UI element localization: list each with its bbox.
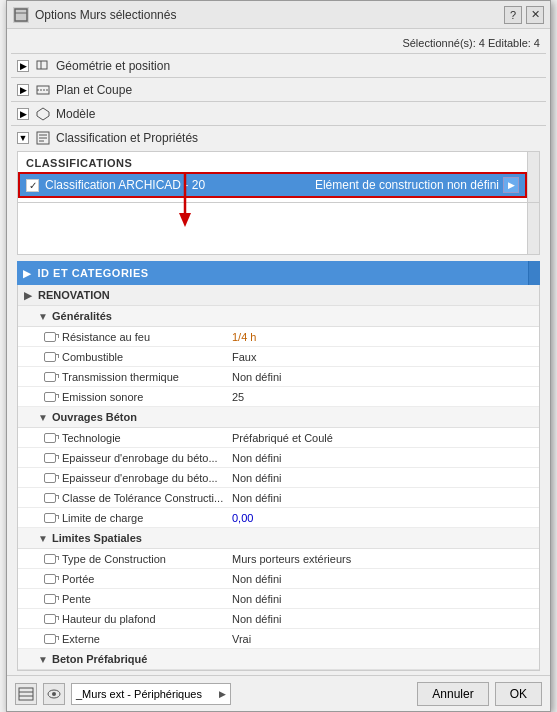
- categories-toggle-icon: ▶: [23, 268, 32, 279]
- prop-name-externe: Externe: [62, 633, 232, 645]
- main-window: Options Murs sélectionnés ? ✕ Sélectionn…: [6, 0, 551, 712]
- section-toggle-geometrie[interactable]: ▶: [17, 60, 29, 72]
- layer-icon: [18, 687, 34, 701]
- limites-header[interactable]: ▼ Limites Spatiales: [18, 528, 539, 549]
- renovation-toggle[interactable]: ▶: [24, 290, 34, 301]
- dropdown-arrow-icon: ▶: [219, 689, 226, 699]
- title-bar-left: Options Murs sélectionnés: [13, 7, 176, 23]
- prop-link-icon-transmission: [44, 372, 56, 382]
- scroll-track-empty[interactable]: [527, 203, 539, 254]
- eye-icon: [46, 688, 62, 700]
- scroll-track-classifications[interactable]: [527, 152, 539, 202]
- prop-name-combustible: Combustible: [62, 351, 232, 363]
- classification-value: Elément de construction non défini: [315, 178, 499, 192]
- prop-name-transmission: Transmission thermique: [62, 371, 232, 383]
- section-classification[interactable]: ▼ Classification et Propriétés: [11, 125, 546, 149]
- window-body: Sélectionné(s): 4 Editable: 4 ▶ Géométri…: [7, 29, 550, 675]
- prop-link-icon-pente: [44, 594, 56, 604]
- prop-link-icon-technologie: [44, 433, 56, 443]
- prop-name-portee: Portée: [62, 573, 232, 585]
- prop-row-resistance: Résistance au feu 1/4 h: [18, 327, 539, 347]
- prop-row-enrobage2: Epaisseur d'enrobage du béto... Non défi…: [18, 468, 539, 488]
- prop-link-icon-type-construction: [44, 554, 56, 564]
- renovation-header[interactable]: ▶ RENOVATION: [18, 285, 539, 306]
- scroll-track-categories[interactable]: [528, 261, 540, 285]
- help-button[interactable]: ?: [504, 6, 522, 24]
- section-label-modele: Modèle: [56, 107, 95, 121]
- beton-label: Beton Préfabriqué: [52, 653, 147, 665]
- ok-button[interactable]: OK: [495, 682, 542, 706]
- footer-eye-icon-btn[interactable]: [43, 683, 65, 705]
- plan-icon: [35, 82, 51, 98]
- generalites-label: Généralités: [52, 310, 112, 322]
- prop-value-type-construction: Murs porteurs extérieurs: [232, 553, 533, 565]
- generalites-header[interactable]: ▼ Généralités: [18, 306, 539, 327]
- prop-value-externe: Vrai: [232, 633, 533, 645]
- prop-name-hauteur: Hauteur du plafond: [62, 613, 232, 625]
- cancel-button[interactable]: Annuler: [417, 682, 488, 706]
- prop-value-resistance: 1/4 h: [232, 331, 533, 343]
- prop-link-icon-externe: [44, 634, 56, 644]
- prop-name-limite: Limite de charge: [62, 512, 232, 524]
- prop-value-technologie: Préfabriqué et Coulé: [232, 432, 533, 444]
- classification-checkbox[interactable]: ✓: [26, 179, 39, 192]
- prop-name-tolerance: Classe de Tolérance Constructi...: [62, 492, 232, 504]
- prop-link-icon-enrobage1: [44, 453, 56, 463]
- section-plan[interactable]: ▶ Plan et Coupe: [11, 77, 546, 101]
- prop-row-externe: Externe Vrai: [18, 629, 539, 649]
- prop-name-emission: Emission sonore: [62, 391, 232, 403]
- ouvrages-toggle[interactable]: ▼: [38, 412, 48, 423]
- prop-row-hauteur: Hauteur du plafond Non défini: [18, 609, 539, 629]
- limites-label: Limites Spatiales: [52, 532, 142, 544]
- prop-link-icon-tolerance: [44, 493, 56, 503]
- geometrie-icon: [35, 58, 51, 74]
- prop-value-tolerance: Non défini: [232, 492, 533, 504]
- prop-link-icon-resistance: [44, 332, 56, 342]
- ouvrages-header[interactable]: ▼ Ouvrages Béton: [18, 407, 539, 428]
- classification-icon: [35, 130, 51, 146]
- classification-row[interactable]: ✓ Classification ARCHICAD - 20 Elément d…: [18, 172, 527, 198]
- prop-value-limite: 0,00: [232, 512, 533, 524]
- classification-empty-area: [17, 203, 540, 255]
- prop-row-portee: Portée Non défini: [18, 569, 539, 589]
- generalites-toggle[interactable]: ▼: [38, 311, 48, 322]
- section-modele[interactable]: ▶ Modèle: [11, 101, 546, 125]
- footer-buttons: Annuler OK: [417, 682, 542, 706]
- categories-header[interactable]: ▶ ID ET CATEGORIES: [17, 261, 540, 285]
- beton-toggle[interactable]: ▼: [38, 654, 48, 665]
- section-label-classification: Classification et Propriétés: [56, 131, 198, 145]
- svg-rect-13: [19, 688, 33, 700]
- window-icon: [13, 7, 29, 23]
- prop-name-resistance: Résistance au feu: [62, 331, 232, 343]
- categories-label: ID ET CATEGORIES: [38, 267, 149, 279]
- prop-link-icon-emission: [44, 392, 56, 402]
- close-button[interactable]: ✕: [526, 6, 544, 24]
- limites-toggle[interactable]: ▼: [38, 533, 48, 544]
- prop-row-tolerance: Classe de Tolérance Constructi... Non dé…: [18, 488, 539, 508]
- top-status-bar: Sélectionné(s): 4 Editable: 4: [11, 33, 546, 53]
- red-arrow-container: [173, 171, 197, 234]
- prop-value-enrobage2: Non défini: [232, 472, 533, 484]
- section-label-geometrie: Géométrie et position: [56, 59, 170, 73]
- properties-panel: ▶ RENOVATION ▼ Généralités Résistance au…: [17, 285, 540, 671]
- prop-row-transmission: Transmission thermique Non défini: [18, 367, 539, 387]
- prop-row-technologie: Technologie Préfabriqué et Coulé: [18, 428, 539, 448]
- section-toggle-classification[interactable]: ▼: [17, 132, 29, 144]
- classification-detail-arrow[interactable]: ▶: [503, 177, 519, 193]
- red-arrow-svg: [173, 171, 197, 231]
- svg-point-17: [52, 692, 56, 696]
- footer-layer-icon-btn[interactable]: [15, 683, 37, 705]
- prop-value-combustible: Faux: [232, 351, 533, 363]
- section-geometrie[interactable]: ▶ Géométrie et position: [11, 53, 546, 77]
- beton-header[interactable]: ▼ Beton Préfabriqué: [18, 649, 539, 670]
- prop-value-hauteur: Non défini: [232, 613, 533, 625]
- prop-name-enrobage1: Epaisseur d'enrobage du béto...: [62, 452, 232, 464]
- prop-row-enrobage1: Epaisseur d'enrobage du béto... Non défi…: [18, 448, 539, 468]
- layer-dropdown[interactable]: _Murs ext - Périphériques ▶: [71, 683, 231, 705]
- window-title: Options Murs sélectionnés: [35, 8, 176, 22]
- section-toggle-modele[interactable]: ▶: [17, 108, 29, 120]
- prop-value-portee: Non défini: [232, 573, 533, 585]
- section-toggle-plan[interactable]: ▶: [17, 84, 29, 96]
- prop-row-limite: Limite de charge 0,00: [18, 508, 539, 528]
- prop-row-emission: Emission sonore 25: [18, 387, 539, 407]
